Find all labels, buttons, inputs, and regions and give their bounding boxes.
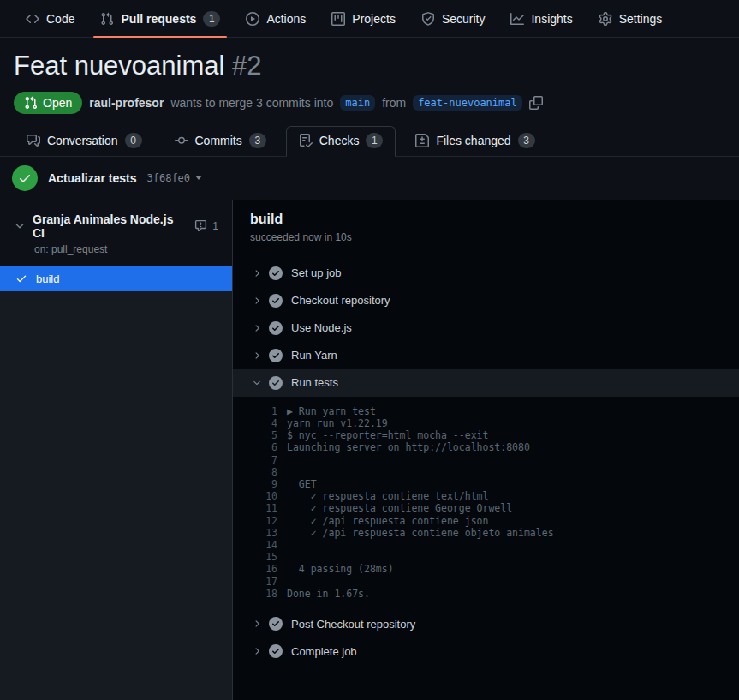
sidebar-job-build[interactable]: build (0, 266, 232, 291)
tab-checks[interactable]: Checks 1 (286, 126, 396, 157)
nav-item-pull-requests[interactable]: Pull requests 1 (93, 0, 227, 37)
job-label: build (36, 272, 59, 285)
project-icon (331, 12, 345, 26)
log-line-number[interactable]: 18 (233, 588, 277, 600)
log-line-number[interactable]: 14 (233, 539, 277, 551)
commit-title-link[interactable]: Actualizar tests (48, 171, 136, 185)
job-name: build (250, 212, 722, 227)
pr-tabs: Conversation 0 Commits 3 Checks 1 Files … (0, 126, 739, 157)
nav-item-settings[interactable]: Settings (592, 0, 670, 37)
tab-counter: 3 (518, 133, 535, 148)
step-label: Run tests (291, 376, 338, 389)
job-log-panel: build succeeded now in 10s Set up job Ch… (233, 200, 739, 700)
tab-label: Commits (195, 134, 242, 147)
log-line-number[interactable]: 17 (233, 576, 277, 588)
commit-sha-dropdown[interactable]: 3f68fe0 (146, 172, 202, 184)
pr-author-link[interactable]: raul-profesor (89, 96, 164, 110)
log-line: 8 (233, 466, 739, 478)
comment-discussion-icon (27, 134, 40, 147)
nav-label: Security (442, 12, 486, 26)
tab-conversation[interactable]: Conversation 0 (14, 126, 155, 156)
log-line-number[interactable]: 7 (233, 454, 277, 466)
log-line-number[interactable]: 10 (233, 490, 277, 502)
pr-number: #2 (232, 51, 261, 81)
page-title: Feat nuevoanimal #2 (14, 50, 725, 83)
log-line-text: ✓ respuesta contiene text/html (287, 490, 488, 502)
step-set-up-job[interactable]: Set up job (233, 260, 739, 287)
step-label: Set up job (291, 266, 342, 279)
pr-header: Feat nuevoanimal #2 Open raul-profesor w… (0, 38, 739, 114)
nav-item-security[interactable]: Security (414, 0, 492, 37)
log-line-number[interactable]: 8 (233, 466, 277, 478)
log-line-number[interactable]: 15 (233, 551, 277, 563)
workflow-name: Granja Animales Node.js CI (33, 212, 188, 240)
job-list: build (0, 266, 232, 700)
step-use-nodejs[interactable]: Use Node.js (233, 314, 739, 342)
nav-item-projects[interactable]: Projects (325, 0, 402, 37)
step-checkout-repository[interactable]: Checkout repository (233, 287, 739, 314)
log-line-number[interactable]: 9 (233, 478, 277, 490)
log-line: 10 ✓ respuesta contiene text/html (233, 490, 739, 502)
workflow-trigger: on: pull_request (34, 243, 218, 255)
workflow-group-header[interactable]: Granja Animales Node.js CI 1 on: pull_re… (0, 200, 232, 266)
log-line-text: ✓ respuesta contiene George Orwell (287, 502, 512, 514)
nav-label: Code (46, 12, 74, 26)
log-line: 1▶ Run yarn test (233, 405, 739, 417)
copy-icon (529, 96, 543, 110)
check-circle-icon (269, 349, 283, 362)
gear-icon (599, 12, 612, 26)
git-commit-icon (175, 134, 188, 147)
log-line: 6Launching server on http://localhost:80… (233, 441, 739, 453)
log-line-number[interactable]: 4 (233, 417, 277, 429)
log-line-number[interactable]: 5 (233, 429, 277, 441)
copy-branch-button[interactable] (529, 96, 543, 110)
pr-title-text: Feat nuevoanimal (14, 51, 224, 81)
tab-commits[interactable]: Commits 3 (162, 126, 279, 156)
log-line-number[interactable]: 6 (233, 441, 277, 453)
check-circle-icon (269, 617, 283, 631)
pull-request-icon (100, 12, 114, 26)
log-line: 9 GET (233, 478, 739, 490)
log-line: 17 (233, 576, 739, 588)
log-line-text: 4 passing (28ms) (287, 563, 394, 575)
chevron-down-icon (252, 378, 262, 388)
nav-item-code[interactable]: Code (19, 0, 81, 37)
log-line-number[interactable]: 12 (233, 515, 277, 527)
log-line-text: ▶ Run yarn test (287, 405, 376, 417)
head-branch-label[interactable]: feat-nuevoanimal (413, 95, 522, 111)
check-circle-icon (269, 644, 283, 658)
check-circle-icon (269, 266, 283, 280)
step-log-output: 1▶ Run yarn test 4yarn run v1.22.19 5$ n… (233, 397, 739, 610)
code-icon (26, 12, 39, 26)
step-label: Run Yarn (291, 349, 337, 362)
file-diff-icon (415, 134, 429, 147)
step-run-tests[interactable]: Run tests (233, 369, 739, 397)
status-badge: Open (14, 92, 82, 114)
log-line-number[interactable]: 11 (233, 502, 277, 514)
check-circle-icon (269, 321, 283, 335)
log-line-number[interactable]: 16 (233, 563, 277, 575)
chevron-right-icon (252, 323, 262, 333)
log-line: 14 (233, 539, 739, 551)
commit-sha: 3f68fe0 (146, 172, 190, 184)
log-line-number[interactable]: 13 (233, 527, 277, 539)
log-line-text: ✓ /api respuesta contiene json (287, 515, 488, 527)
tab-files-changed[interactable]: Files changed 3 (402, 126, 547, 156)
tab-label: Files changed (436, 134, 510, 147)
step-run-yarn[interactable]: Run Yarn (233, 342, 739, 369)
nav-item-insights[interactable]: Insights (504, 0, 579, 37)
step-complete-job[interactable]: Complete job (233, 637, 739, 665)
play-icon (246, 12, 259, 26)
checks-commit-header: Actualizar tests 3f68fe0 (0, 157, 739, 200)
log-line: 7 (233, 454, 739, 466)
tab-label: Conversation (47, 134, 118, 147)
chevron-right-icon (252, 619, 262, 629)
log-line: 18Done in 1.67s. (233, 588, 739, 600)
annotation-comment-icon (194, 219, 207, 232)
tab-counter: 1 (366, 133, 383, 148)
nav-item-actions[interactable]: Actions (239, 0, 313, 37)
nav-label: Actions (266, 12, 306, 26)
log-line-number[interactable]: 1 (233, 405, 277, 417)
base-branch-label[interactable]: main (340, 95, 375, 111)
step-post-checkout-repository[interactable]: Post Checkout repository (233, 610, 739, 637)
